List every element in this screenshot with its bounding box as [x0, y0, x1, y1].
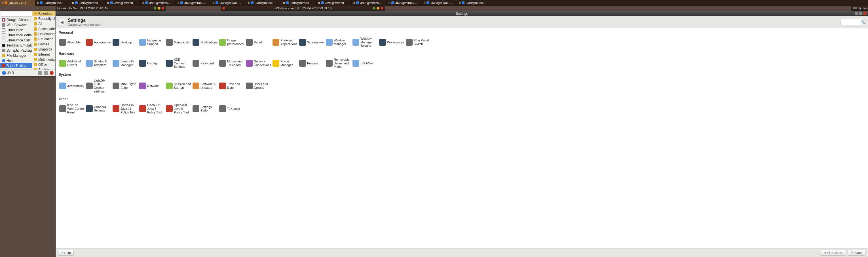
- task-close-icon[interactable]: ×: [283, 1, 285, 4]
- task-label: JMB@miracu...: [360, 1, 381, 4]
- task-label: JMB@miracu...: [325, 1, 346, 4]
- app-icon: [391, 1, 394, 4]
- task-label: JMB@miracu...: [184, 1, 206, 4]
- app-icon: [321, 1, 324, 4]
- task-close-icon[interactable]: ×: [37, 1, 38, 4]
- app-icon: [145, 1, 148, 4]
- taskbar-task[interactable]: ×JMB@miracu...: [316, 0, 352, 6]
- task-label: JMB@miracu...: [290, 1, 311, 4]
- taskbar-task[interactable]: ×JMB@miracu...: [457, 0, 492, 6]
- app-icon: [462, 1, 464, 4]
- taskbar-task[interactable]: ×JMB@miracu...: [352, 0, 387, 6]
- task-close-icon[interactable]: ×: [248, 1, 250, 4]
- app-icon: [216, 1, 218, 4]
- taskbar-task[interactable]: ×JMB@miracu...: [141, 0, 176, 6]
- task-label: JMB@miracu...: [114, 1, 135, 4]
- task-close-icon[interactable]: ×: [459, 1, 461, 4]
- task-label: JMB@miracu...: [219, 1, 241, 4]
- task-close-icon[interactable]: ×: [142, 1, 144, 4]
- task-close-icon[interactable]: ×: [213, 1, 214, 4]
- task-close-icon[interactable]: ×: [72, 1, 74, 4]
- app-icon: [286, 1, 289, 4]
- taskbar-task[interactable]: ×JMB@miracu...: [211, 0, 246, 6]
- task-close-icon[interactable]: ×: [353, 1, 355, 4]
- taskbar-task[interactable]: ×JMB@miracu...: [176, 0, 211, 6]
- task-label: JMB@miracu...: [79, 1, 100, 4]
- app-icon: [75, 1, 78, 4]
- task-close-icon[interactable]: ×: [2, 1, 3, 4]
- app-icon: [251, 1, 253, 4]
- task-close-icon[interactable]: ×: [424, 1, 425, 4]
- task-label: JMB@miracu...: [430, 1, 452, 4]
- task-label: JMB@miracu...: [149, 1, 170, 4]
- app-icon: [110, 1, 113, 4]
- task-label: JMB@miracu...: [44, 1, 65, 4]
- task-close-icon[interactable]: ×: [178, 1, 179, 4]
- taskbar-task[interactable]: ×JMB@miracu...: [35, 0, 70, 6]
- app-icon: [180, 1, 183, 4]
- app-icon: [356, 1, 359, 4]
- task-label: [JMB's GNU/...: [8, 1, 29, 4]
- app-icon: [4, 1, 7, 4]
- task-close-icon[interactable]: ×: [389, 1, 390, 4]
- app-icon: [40, 1, 42, 4]
- task-close-icon[interactable]: ×: [107, 1, 109, 4]
- taskbar: ×[JMB's GNU/...×JMB@miracu...×JMB@miracu…: [0, 0, 868, 6]
- taskbar-task[interactable]: ×JMB@miracu...: [422, 0, 457, 6]
- task-label: JMB@miracu...: [466, 1, 487, 4]
- task-label: JMB@miracu...: [255, 1, 276, 4]
- task-label: JMB@miracu...: [395, 1, 416, 4]
- app-icon: [427, 1, 429, 4]
- taskbar-task[interactable]: ×[JMB's GNU/...: [0, 0, 35, 6]
- taskbar-task[interactable]: ×JMB@miracu...: [387, 0, 422, 6]
- taskbar-task[interactable]: ×JMB@miracu...: [281, 0, 316, 6]
- taskbar-task[interactable]: ×JMB@miracu...: [105, 0, 141, 6]
- taskbar-task[interactable]: ×JMB@miracu...: [246, 0, 281, 6]
- task-close-icon[interactable]: ×: [318, 1, 320, 4]
- taskbar-task[interactable]: ×JMB@miracu...: [70, 0, 105, 6]
